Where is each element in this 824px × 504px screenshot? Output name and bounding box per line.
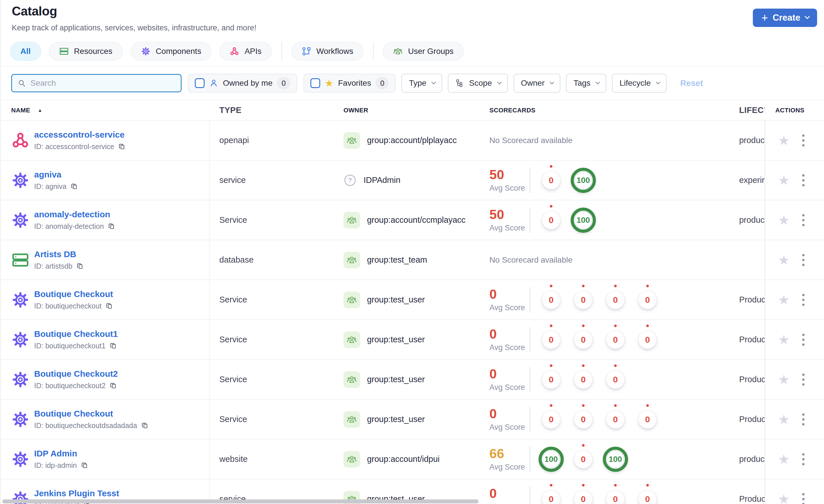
scorecard-badge[interactable]: 0 — [639, 490, 656, 504]
scorecard-badge[interactable]: 0 — [607, 291, 624, 309]
dropdown-tags[interactable]: Tags — [566, 74, 606, 93]
owned-by-me-checkbox[interactable] — [195, 78, 205, 88]
group-icon — [343, 371, 360, 388]
scorecard-badge[interactable]: 100 — [571, 168, 596, 193]
copy-icon[interactable] — [106, 302, 113, 310]
scorecard-badge[interactable]: 100 — [571, 208, 596, 233]
entity-name-link[interactable]: anomaly-detection — [34, 210, 116, 219]
entity-name-link[interactable]: Boutique Checkout1 — [34, 329, 118, 339]
avg-score: 0Avg Score — [490, 407, 530, 432]
column-header-owner[interactable]: OWNER — [343, 107, 490, 114]
favorites-filter[interactable]: ★ Favorites 0 — [304, 74, 396, 93]
scorecards-cell: 0Avg Score0000 — [490, 280, 739, 320]
kebab-menu-icon[interactable] — [801, 372, 806, 387]
scorecard-badge[interactable]: 0 — [542, 171, 560, 189]
scorecard-badge[interactable]: 0 — [542, 371, 560, 388]
favorites-checkbox[interactable] — [310, 78, 320, 88]
alert-dot — [614, 285, 617, 287]
entity-name-link[interactable]: IDP Admin — [34, 449, 89, 459]
scorecard-badge[interactable]: 0 — [607, 331, 624, 349]
favorite-star-icon[interactable]: ★ — [778, 453, 790, 466]
horizontal-scrollbar[interactable] — [2, 499, 479, 503]
scorecard-badge[interactable]: 0 — [575, 410, 592, 428]
copy-icon[interactable] — [141, 422, 149, 429]
search-input[interactable] — [30, 79, 176, 88]
scorecard-badge[interactable]: 0 — [542, 211, 560, 229]
scorecard-badge[interactable]: 100 — [603, 447, 628, 472]
favorite-star-icon[interactable]: ★ — [778, 174, 790, 187]
kebab-menu-icon[interactable] — [801, 491, 806, 504]
favorite-star-icon[interactable]: ★ — [778, 373, 790, 386]
copy-icon[interactable] — [81, 462, 89, 469]
copy-icon[interactable] — [71, 182, 78, 191]
kebab-menu-icon[interactable] — [801, 412, 806, 427]
scorecard-badge[interactable]: 0 — [542, 331, 560, 349]
entity-name-link[interactable]: Boutique Checkout — [34, 289, 113, 299]
favorite-star-icon[interactable]: ★ — [778, 214, 790, 227]
type-cell: Service — [210, 400, 344, 439]
kebab-menu-icon[interactable] — [801, 332, 806, 348]
entity-name-link[interactable]: Artists DB — [34, 249, 84, 259]
kebab-menu-icon[interactable] — [801, 452, 806, 467]
scorecard-badge[interactable]: 0 — [542, 291, 560, 309]
column-header-type[interactable]: TYPE — [210, 106, 344, 115]
dropdown-owner[interactable]: Owner — [514, 74, 560, 93]
owned-by-me-filter[interactable]: Owned by me 0 — [188, 74, 297, 93]
scorecards-cell: 0Avg Score0000 — [490, 320, 739, 359]
copy-icon[interactable] — [110, 382, 117, 390]
favorite-star-icon[interactable]: ★ — [778, 134, 790, 147]
copy-icon[interactable] — [118, 143, 126, 150]
reset-button[interactable]: Reset — [680, 79, 703, 88]
tab-resources[interactable]: Resources — [49, 42, 123, 61]
entity-name-link[interactable]: Boutique Checkout2 — [34, 369, 118, 379]
scorecard-badge[interactable]: 0 — [575, 291, 592, 309]
column-header-lifecycle[interactable]: LIFECYCLE — [739, 106, 764, 115]
entity-name-link[interactable]: Jenkins Plugin Tesst — [34, 489, 119, 498]
kebab-menu-icon[interactable] — [801, 172, 806, 188]
dropdown-scope[interactable]: Scope — [448, 74, 508, 93]
scorecard-badge[interactable]: 100 — [538, 447, 564, 472]
kebab-menu-icon[interactable] — [801, 252, 806, 268]
kebab-menu-icon[interactable] — [801, 292, 806, 307]
copy-icon[interactable] — [76, 262, 84, 270]
favorite-star-icon[interactable]: ★ — [778, 413, 790, 426]
scorecard-badge[interactable]: 0 — [575, 490, 592, 504]
tab-all[interactable]: All — [10, 42, 41, 61]
scorecard-badge[interactable]: 0 — [575, 451, 592, 468]
avg-score: 0Avg Score — [490, 367, 530, 392]
tab-user-groups[interactable]: User Groups — [383, 42, 464, 61]
owner-label: group:account/idpui — [367, 455, 439, 464]
scorecard-badge[interactable]: 0 — [639, 291, 656, 309]
scorecard-badge[interactable]: 0 — [639, 331, 656, 349]
entity-name-link[interactable]: accesscontrol-service — [34, 130, 126, 140]
scorecard-badge[interactable]: 0 — [639, 410, 656, 428]
favorite-star-icon[interactable]: ★ — [778, 493, 790, 504]
dropdown-lifecycle[interactable]: Lifecycle — [612, 74, 666, 93]
scorecard-badge[interactable]: 0 — [607, 371, 624, 388]
tab-apis[interactable]: APIs — [219, 42, 272, 61]
column-header-name[interactable]: NAME ▲ — [1, 107, 210, 114]
scorecard-badge[interactable]: 0 — [607, 410, 624, 428]
table-body: accesscontrol-service ID: accesscontrol-… — [1, 121, 824, 504]
tab-components[interactable]: Components — [130, 42, 212, 61]
scorecard-badge[interactable]: 0 — [575, 371, 592, 388]
tab-workflows[interactable]: Workflows — [291, 42, 364, 61]
scorecard-badge[interactable]: 0 — [607, 490, 624, 504]
scorecard-badge[interactable]: 0 — [542, 410, 560, 428]
scorecard-badge[interactable]: 0 — [575, 331, 592, 349]
entity-name-link[interactable]: Boutique Checkout — [34, 409, 149, 418]
actions-cell: ★ — [764, 240, 824, 279]
kebab-menu-icon[interactable] — [801, 213, 806, 228]
entity-name-link[interactable]: agniva — [34, 170, 78, 179]
favorite-star-icon[interactable]: ★ — [778, 253, 790, 267]
kebab-menu-icon[interactable] — [801, 133, 806, 148]
copy-icon[interactable] — [110, 342, 117, 350]
copy-icon[interactable] — [108, 223, 116, 230]
scorecard-badge[interactable]: 0 — [542, 490, 560, 504]
favorite-star-icon[interactable]: ★ — [778, 333, 790, 346]
favorite-star-icon[interactable]: ★ — [778, 293, 790, 306]
gear-icon — [11, 410, 29, 428]
create-button[interactable]: + Create — [753, 9, 817, 27]
dropdown-type[interactable]: Type — [401, 74, 442, 93]
column-header-scorecards[interactable]: SCORECARDS — [490, 107, 739, 114]
